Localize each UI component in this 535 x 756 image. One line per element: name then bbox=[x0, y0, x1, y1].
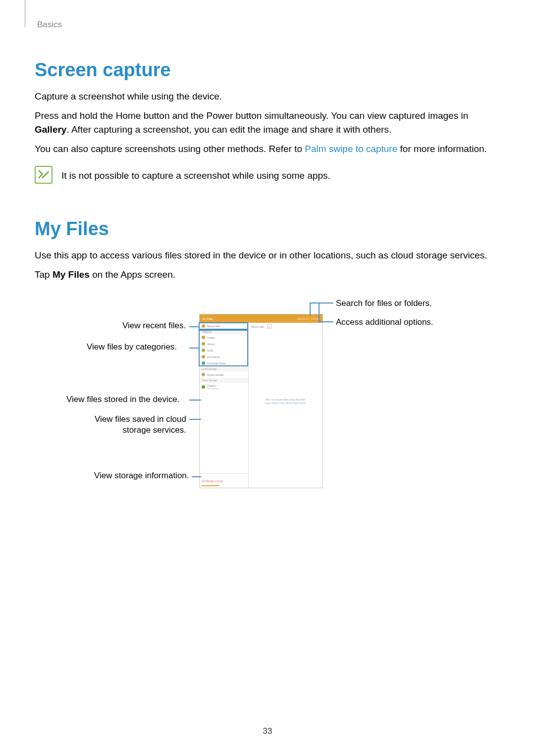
sidebar-dropbox: Dropbox Not signed in bbox=[200, 383, 248, 391]
palm-swipe-link[interactable]: Palm swipe to capture bbox=[305, 144, 397, 154]
callout-line bbox=[189, 348, 199, 349]
callout-line bbox=[189, 419, 201, 420]
dot-icon bbox=[202, 336, 205, 339]
callout-device: View files stored in the device. bbox=[66, 395, 179, 404]
paragraph-sc-1: Capture a screenshot while using the dev… bbox=[35, 90, 500, 104]
callout-recent: View recent files. bbox=[122, 321, 186, 331]
content-area: Recent files + After you access files us… bbox=[249, 323, 322, 488]
sidebar-images: Images bbox=[200, 334, 248, 341]
callout-search: Search for files or folders. bbox=[336, 299, 432, 308]
sidebar-audio: Audio bbox=[200, 347, 248, 353]
section-local: Local storage bbox=[200, 366, 248, 371]
heading-my-files: My Files bbox=[35, 218, 500, 240]
plus-button: + bbox=[267, 324, 271, 329]
app-screenshot: My Files SEARCH MORE Recent files Catego… bbox=[199, 314, 323, 488]
gallery-bold: Gallery bbox=[35, 124, 66, 135]
callout-line bbox=[319, 321, 333, 322]
dot-icon bbox=[202, 342, 205, 346]
screenshot-header: My Files SEARCH MORE bbox=[200, 314, 322, 323]
dot-icon bbox=[202, 361, 205, 365]
storage-label: STORAGE USAGE bbox=[202, 480, 223, 483]
paragraph-sc-2: Press and hold the Home button and the P… bbox=[35, 109, 500, 137]
content-tab: Recent files bbox=[251, 325, 264, 328]
paragraph-mf-2: Tap My Files on the Apps screen. bbox=[35, 268, 500, 282]
callout-line bbox=[192, 476, 201, 477]
my-files-bold: My Files bbox=[53, 269, 90, 280]
dot-icon bbox=[202, 324, 205, 328]
section-cloud: Cloud storage bbox=[200, 378, 248, 383]
app-title: My Files bbox=[202, 317, 213, 320]
dot-icon bbox=[202, 385, 205, 389]
callout-line bbox=[310, 302, 311, 316]
content-message: After you access files using My Files, m… bbox=[251, 398, 320, 404]
paragraph-sc-3: You can also capture screenshots using o… bbox=[35, 142, 500, 156]
callout-line bbox=[310, 302, 333, 303]
sidebar-videos: Videos bbox=[200, 341, 248, 347]
heading-screen-capture: Screen capture bbox=[35, 59, 500, 81]
dot-icon bbox=[202, 355, 205, 358]
breadcrumb: Basics bbox=[37, 20, 500, 30]
storage-bar bbox=[202, 485, 219, 486]
sidebar-recent: Recent files bbox=[200, 323, 248, 329]
sidebar-download: Download history bbox=[200, 360, 248, 366]
callout-cloud: View files saved in cloud storage servic… bbox=[95, 414, 186, 436]
callout-storage: View storage information. bbox=[94, 471, 189, 481]
sidebar-storage: STORAGE USAGE bbox=[200, 473, 248, 488]
app-sidebar: Recent files Category Images Videos Audi… bbox=[200, 323, 249, 488]
note-text: It is not possible to capture a screensh… bbox=[61, 166, 330, 183]
sidebar-device: Device storage bbox=[200, 371, 248, 378]
search-button: SEARCH bbox=[297, 317, 309, 320]
callout-line bbox=[189, 326, 199, 327]
section-category: Category bbox=[200, 329, 248, 334]
callout-categories: View files by categories. bbox=[87, 342, 177, 352]
diagram-container: My Files SEARCH MORE Recent files Catego… bbox=[35, 297, 500, 504]
paragraph-mf-1: Use this app to access various files sto… bbox=[35, 249, 500, 263]
callout-line bbox=[319, 302, 320, 322]
note-box: It is not possible to capture a screensh… bbox=[35, 166, 500, 184]
page-number: 33 bbox=[263, 726, 272, 736]
sidebar-documents: Documents bbox=[200, 353, 248, 360]
callout-line bbox=[189, 400, 201, 401]
dot-icon bbox=[202, 373, 205, 376]
note-icon bbox=[35, 166, 53, 184]
dot-icon bbox=[202, 349, 205, 352]
callout-options: Access additional options. bbox=[336, 317, 433, 327]
